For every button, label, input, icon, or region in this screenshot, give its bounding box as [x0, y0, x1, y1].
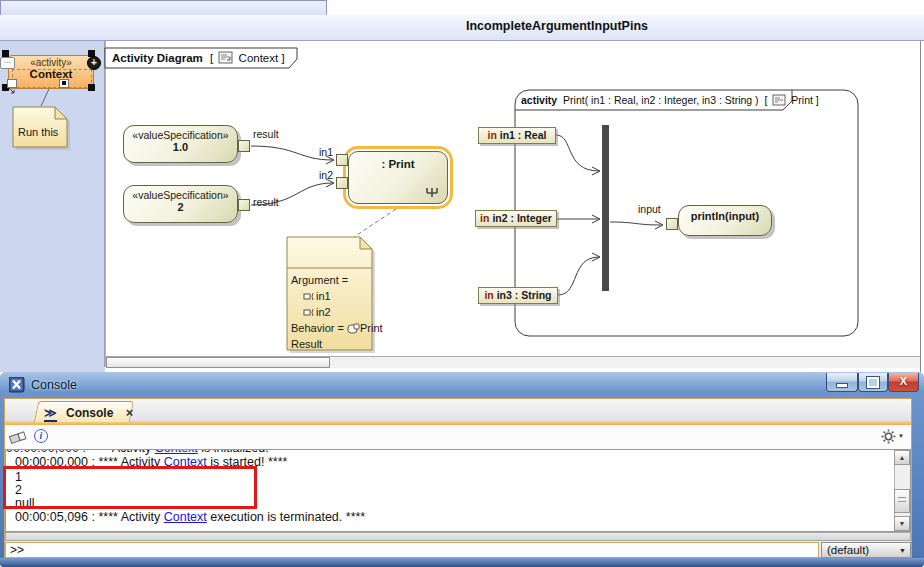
print-frame-signature: Print( in1 : Real, in2 : Integer, in3 : …	[563, 94, 759, 106]
activity-element-icon	[347, 323, 360, 334]
print-action-name: : Print	[349, 158, 447, 170]
minimize-icon	[836, 383, 848, 388]
activity-diagram-icon	[772, 94, 786, 106]
context-activity-element[interactable]: «activity» Context	[8, 55, 94, 89]
println-action-node[interactable]: println(input)	[678, 205, 772, 236]
note-argument-label: Argument =	[291, 274, 348, 286]
vs1-result-pin-label: result	[253, 128, 279, 140]
log-text: 00:00:05,096 : **** Activity	[15, 510, 164, 524]
ellipsis-button[interactable]: …	[0, 57, 15, 69]
param-in2-node[interactable]: in in2 : Integer	[475, 210, 557, 227]
note-arg1: in1	[316, 290, 331, 302]
param-in1-node[interactable]: in in1 : Real	[478, 127, 556, 144]
thumb-grip	[898, 497, 906, 502]
input-pin-icon	[303, 308, 316, 317]
screen: { "colors": { "selection_gold": "#F6B93F…	[0, 0, 924, 567]
log-line-terminated: 00:00:05,096 : **** Activity Context exe…	[15, 510, 365, 524]
vs2-result-pin[interactable]	[238, 199, 250, 211]
param-in3-node[interactable]: in in3 : String	[478, 287, 558, 304]
print-in2-pin[interactable]	[336, 177, 348, 189]
println-input-pin[interactable]	[666, 218, 678, 230]
diagram-h-scrollbar[interactable]	[106, 356, 920, 368]
print-frame-keyword: activity	[521, 94, 557, 106]
main-frame-header[interactable]: Activity Diagram [ Context ]	[112, 51, 285, 64]
println-action-name: println(input)	[679, 210, 771, 222]
vs2-stereotype: «valueSpecification»	[124, 189, 237, 201]
scroll-up-button[interactable]: ▲	[894, 450, 910, 465]
gear-icon[interactable]	[881, 429, 896, 444]
param-in2-keyword: in	[480, 212, 489, 224]
value-spec-1-node[interactable]: «valueSpecification» 1.0	[123, 125, 238, 163]
print-frame-header[interactable]: activity Print( in1 : Real, in2 : Intege…	[521, 94, 819, 106]
print-frame-bracket: [	[765, 94, 768, 106]
name-compartment-selection	[12, 69, 92, 88]
restore-button[interactable]	[858, 373, 888, 392]
clear-console-icon[interactable]	[8, 430, 28, 444]
main-frame-context: Context ]	[239, 52, 285, 64]
print-action-node[interactable]: : Print	[348, 151, 448, 204]
value-spec-2-node[interactable]: «valueSpecification» 2	[123, 185, 238, 223]
note-arg2: in2	[316, 306, 331, 318]
scroll-down-button[interactable]: ▼	[894, 516, 910, 531]
vs1-stereotype: «valueSpecification»	[124, 129, 237, 141]
tab-close-icon[interactable]: ×	[126, 405, 134, 420]
context-stereotype: «activity»	[9, 57, 93, 68]
main-frame-bracket: [	[210, 52, 213, 64]
selection-handle[interactable]	[88, 84, 95, 91]
param-in1-keyword: in	[488, 129, 497, 141]
info-icon[interactable]: i	[34, 429, 48, 443]
mode-dropdown-value: (default)	[827, 544, 869, 556]
param-in3-keyword: in	[484, 289, 493, 301]
note-result-label: Result	[291, 338, 322, 350]
param-in3-label: in3 : String	[497, 289, 552, 301]
diagram-window-title: IncompleteArgumentInputPins	[190, 19, 924, 33]
outer-window-tab[interactable]	[0, 0, 327, 15]
activity-diagram-icon	[218, 51, 233, 64]
rake-icon	[424, 185, 440, 198]
v-scrollbar-thumb[interactable]	[894, 489, 910, 513]
print-in1-pin[interactable]	[336, 154, 348, 166]
console-toolbar	[5, 425, 911, 449]
close-button[interactable]: X	[888, 373, 919, 392]
gear-dropdown-icon[interactable]: ▼	[898, 433, 904, 439]
log-text: execution is terminated. ****	[207, 510, 365, 524]
console-window-bottom-border	[0, 558, 924, 567]
console-tabbar	[5, 399, 911, 422]
restore-icon	[867, 377, 879, 388]
console-app-icon	[9, 377, 25, 393]
print-in2-pin-label: in2	[313, 169, 333, 181]
compartment-decorator-icon[interactable]	[59, 79, 69, 88]
console-command-input[interactable]: >>	[5, 542, 819, 558]
plus-badge[interactable]: +	[87, 56, 101, 70]
note-behavior-name: Print	[360, 322, 383, 334]
console-h-scrollbar[interactable]	[5, 532, 911, 541]
vs1-name: 1.0	[124, 141, 237, 153]
main-frame-title: Activity Diagram	[112, 52, 203, 64]
mode-dropdown[interactable]: (default) ▼	[821, 542, 911, 558]
highlight-red-box	[3, 466, 257, 509]
console-tab-icon: ≫	[44, 406, 57, 422]
console-tab-label: Console	[66, 406, 113, 420]
vs2-result-pin-label: result	[253, 196, 279, 208]
navigate-decorator-icon[interactable]	[7, 79, 17, 88]
println-input-pin-label: input	[638, 203, 661, 215]
vs2-name: 2	[124, 201, 237, 213]
context-link[interactable]: Context	[164, 510, 207, 524]
input-pin-icon	[303, 292, 316, 301]
param-in2-label: in2 : Integer	[492, 212, 552, 224]
vs1-result-pin[interactable]	[238, 140, 250, 152]
print-in1-pin-label: in1	[313, 146, 333, 158]
diagram-h-scrollbar-thumb[interactable]	[106, 357, 330, 368]
argument-note-content[interactable]: Argument = in1 in2 Behavior = Print Resu…	[291, 272, 371, 352]
note-behavior-label: Behavior =	[291, 322, 347, 334]
dropdown-arrow-icon: ▼	[899, 547, 906, 554]
console-titlebar[interactable]: Console	[0, 372, 924, 398]
console-window-title: Console	[31, 378, 77, 392]
param-in1-label: in1 : Real	[500, 129, 547, 141]
tab-console-content[interactable]: ≫ Console ×	[44, 403, 133, 421]
print-frame-diagram-label: Print ]	[791, 94, 818, 106]
minimize-button[interactable]	[826, 373, 858, 392]
run-note-text[interactable]: Run this	[18, 126, 58, 138]
